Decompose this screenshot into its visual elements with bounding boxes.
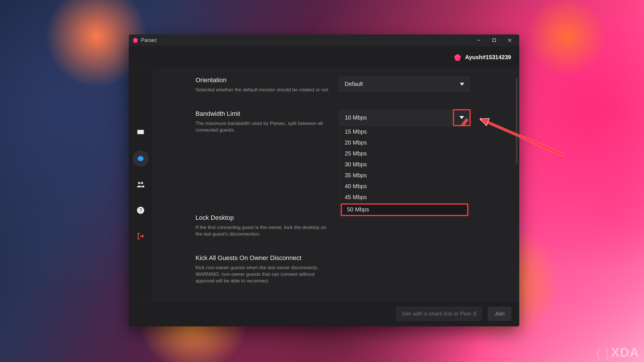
bandwidth-option-highlighted[interactable]: 50 Mbps [341,203,468,216]
annotation-highlight-box [453,109,471,126]
setting-title: Kick All Guests On Owner Disconnect [195,254,331,262]
bandwidth-option[interactable]: 15 Mbps [340,126,469,137]
parsec-window: Parsec Ayush#15314239 ? [129,34,519,326]
bandwidth-select[interactable]: 10 Mbps [339,110,470,125]
bandwidth-option[interactable]: 40 Mbps [340,181,469,192]
gear-icon [136,154,145,163]
setting-desc: The maximum bandwidth used by Parsec, sp… [195,120,331,134]
sidebar: ? [129,69,152,301]
window-maximize-button[interactable] [486,34,502,46]
window-close-button[interactable] [502,34,518,46]
window-minimize-button[interactable] [471,34,486,46]
orientation-select[interactable]: Default [339,76,470,92]
users-icon [136,180,145,189]
setting-bandwidth-limit: Bandwidth Limit The maximum bandwidth us… [195,110,510,134]
bandwidth-option[interactable]: 35 Mbps [340,170,469,181]
bandwidth-option[interactable]: 30 Mbps [340,159,469,170]
sidebar-item-help[interactable]: ? [134,204,147,217]
bandwidth-option[interactable]: 20 Mbps [340,137,469,148]
parsec-logo-icon [133,38,138,43]
monitor-icon [136,128,145,137]
help-icon: ? [136,206,145,215]
logout-icon [136,232,145,240]
account-bar: Ayush#15314239 [129,46,519,69]
join-button[interactable]: Join [488,307,511,321]
setting-orientation: Orientation Selected whether the default… [195,76,510,93]
parsec-logo-icon [454,54,461,61]
sidebar-item-logout[interactable] [134,230,147,242]
select-value: 10 Mbps [345,114,367,121]
sidebar-item-friends[interactable] [134,178,147,191]
sidebar-item-settings[interactable] [134,152,147,165]
setting-title: Lock Desktop [195,214,331,222]
select-value: Default [345,81,363,87]
bandwidth-option[interactable]: 45 Mbps [340,192,469,203]
setting-desc: Selected whether the default monitor sho… [195,87,331,93]
bandwidth-option[interactable]: 25 Mbps [340,148,469,159]
chevron-down-icon [460,83,464,86]
app-title: Parsec [141,37,157,43]
svg-rect-1 [493,39,496,42]
svg-text:?: ? [139,207,142,213]
footer: Join [129,301,519,326]
scrollbar[interactable] [516,78,518,164]
xda-watermark: ( ]XDA [596,345,639,360]
setting-lock-desktop: Lock Desktop If the first connecting gue… [195,214,510,238]
titlebar: Parsec [129,34,519,46]
bandwidth-options-dropdown: 15 Mbps 20 Mbps 25 Mbps 30 Mbps 35 Mbps … [339,126,470,217]
join-peer-input[interactable] [396,307,482,321]
setting-kick-guests: Kick All Guests On Owner Disconnect Kick… [195,254,510,284]
sidebar-item-computers[interactable] [134,126,147,139]
setting-title: Bandwidth Limit [195,110,331,118]
chevron-down-icon [459,116,464,119]
setting-desc: If the first connecting guest is the own… [195,224,331,238]
setting-desc: Kick non-owner guests when the last owne… [195,265,331,284]
settings-content: Orientation Selected whether the default… [152,69,519,301]
setting-title: Orientation [195,76,331,84]
account-username[interactable]: Ayush#15314239 [465,54,511,61]
